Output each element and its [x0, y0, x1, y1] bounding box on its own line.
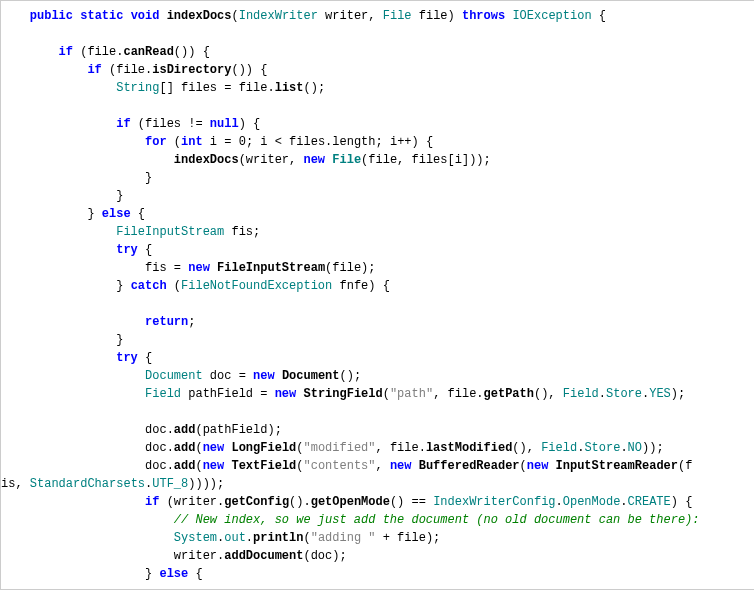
- code-block: public static void indexDocs(IndexWriter…: [1, 1, 754, 589]
- kw-static: static: [80, 9, 123, 23]
- param-writer: writer: [325, 9, 368, 23]
- type-indexwriter: IndexWriter: [239, 9, 318, 23]
- comment-newindex: // New index, so we just add the documen…: [174, 513, 700, 527]
- kw-if: if: [59, 45, 73, 59]
- method-name: indexDocs: [167, 9, 232, 23]
- type-file: File: [383, 9, 412, 23]
- kw-void: void: [131, 9, 160, 23]
- kw-public: public: [30, 9, 73, 23]
- param-file: file: [419, 9, 448, 23]
- kw-throws: throws: [462, 9, 505, 23]
- type-ioexception: IOException: [512, 9, 591, 23]
